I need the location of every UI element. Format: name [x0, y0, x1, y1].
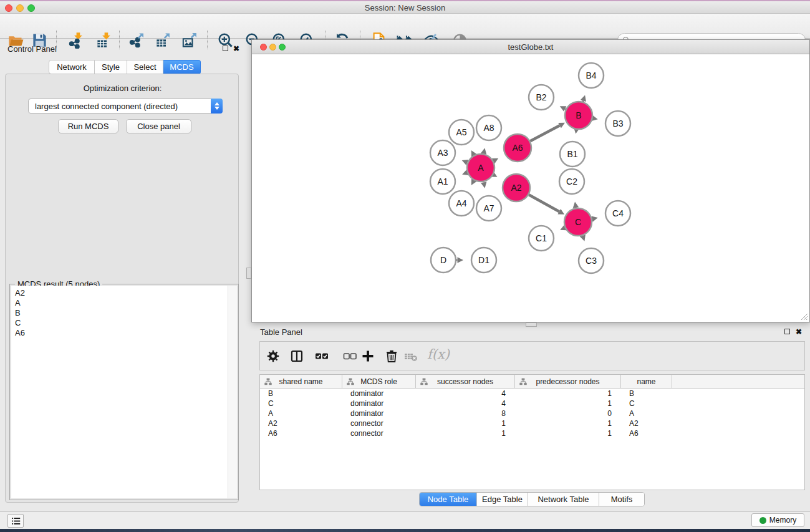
function-builder-button[interactable]: f(x)	[427, 347, 450, 362]
split-columns-button[interactable]	[289, 348, 305, 364]
close-panel-button[interactable]: Close panel	[126, 119, 191, 133]
table-row[interactable]: A2connector11A2	[260, 418, 804, 428]
graph-edge-arrowhead	[573, 202, 579, 208]
hierarchy-icon	[347, 378, 354, 385]
window-resize-grip[interactable]	[800, 312, 808, 321]
graph-node-C[interactable]: C	[564, 208, 592, 236]
table-panel-close-button[interactable]: ✖	[796, 329, 802, 336]
delete-column-button[interactable]	[383, 348, 400, 364]
graph-node-A[interactable]: A	[467, 154, 494, 181]
run-mcds-button[interactable]: Run MCDS	[58, 119, 118, 133]
mcds-result-item[interactable]: A6	[11, 328, 228, 338]
graph-node-A4[interactable]: A4	[449, 191, 474, 216]
table-cell: B	[260, 389, 342, 399]
table-settings-button[interactable]	[265, 348, 281, 364]
plus-icon	[360, 349, 375, 364]
graph-node-C1[interactable]: C1	[529, 226, 554, 251]
memory-button[interactable]: Memory	[751, 513, 804, 527]
graph-node-A2[interactable]: A2	[503, 174, 530, 201]
import-table-icon	[95, 32, 112, 49]
mcds-result-scrollbar[interactable]	[228, 286, 237, 498]
column-header-shared-name[interactable]: shared name	[260, 375, 342, 389]
tab-edge-table[interactable]: Edge Table	[477, 493, 528, 506]
svg-text:D1: D1	[478, 255, 489, 265]
import-network-button[interactable]	[67, 31, 84, 49]
table-cell: A2	[260, 418, 342, 428]
mcds-result-item[interactable]: C	[11, 318, 228, 328]
column-header-predecessor-nodes[interactable]: predecessor nodes	[515, 375, 621, 389]
table-row[interactable]: Cdominator41C	[260, 399, 804, 409]
svg-text:D: D	[440, 255, 446, 265]
tab-select[interactable]: Select	[127, 60, 163, 74]
trash-icon	[384, 349, 399, 364]
horizontal-splitter-handle[interactable]	[526, 322, 537, 327]
optimization-criterion-label: Optimization criterion:	[6, 84, 239, 93]
export-table-button[interactable]	[154, 31, 171, 49]
table-panel-float-button[interactable]	[784, 329, 790, 334]
hierarchy-icon	[519, 378, 527, 385]
tab-mcds[interactable]: MCDS	[163, 60, 201, 74]
column-header-name[interactable]: name	[621, 375, 672, 389]
table-cell: connector	[342, 428, 416, 438]
graph-node-B3[interactable]: B3	[605, 111, 630, 136]
vertical-splitter-handle[interactable]	[246, 268, 251, 279]
table-row[interactable]: A6connector11A6	[260, 428, 804, 438]
svg-text:B3: B3	[612, 118, 623, 128]
tab-motifs[interactable]: Motifs	[599, 493, 644, 506]
graph-edge-A2-C	[529, 195, 559, 211]
export-network-button[interactable]	[127, 31, 145, 49]
column-header-MCDS-role[interactable]: MCDS role	[342, 375, 416, 389]
memory-status-icon	[759, 517, 766, 524]
graph-node-A1[interactable]: A1	[430, 169, 455, 194]
graph-node-A6[interactable]: A6	[504, 134, 531, 162]
mcds-result-item[interactable]: A	[11, 298, 228, 308]
mcds-result-item[interactable]: A2	[11, 288, 228, 298]
graph-node-D[interactable]: D	[431, 248, 456, 273]
control-panel-close-button[interactable]: ✖	[233, 46, 239, 52]
graph-node-A3[interactable]: A3	[430, 140, 455, 165]
delete-table-button[interactable]	[403, 348, 419, 364]
table-row[interactable]: Bdominator41B	[260, 389, 804, 399]
graph-node-C2[interactable]: C2	[559, 169, 584, 194]
graph-node-C3[interactable]: C3	[579, 248, 604, 273]
control-panel-title: Control Panel	[7, 44, 57, 54]
graph-node-C4[interactable]: C4	[605, 201, 630, 226]
select-all-columns-button[interactable]	[314, 348, 330, 364]
svg-text:A3: A3	[437, 148, 448, 158]
optimization-criterion-dropdown[interactable]: largest connected component (directed)	[28, 99, 223, 114]
graph-node-B[interactable]: B	[565, 102, 592, 129]
graph-node-B1[interactable]: B1	[560, 142, 585, 167]
table-cell: A6	[621, 428, 672, 438]
graph-node-A5[interactable]: A5	[449, 120, 474, 145]
mcds-result-group: MCDS result (5 nodes) A2ABCA6	[9, 284, 239, 500]
import-table-button[interactable]	[95, 31, 112, 49]
mcds-result-list: A2ABCA6	[11, 286, 228, 498]
deselect-all-columns-button[interactable]	[342, 348, 358, 364]
table-row[interactable]: Adominator80A	[260, 409, 804, 418]
mcds-result-item[interactable]: B	[11, 308, 228, 318]
task-history-button[interactable]	[7, 514, 24, 528]
svg-text:C4: C4	[612, 208, 624, 218]
tab-network[interactable]: Network	[49, 60, 95, 74]
network-window-title: testGlobe.txt	[252, 42, 809, 52]
control-panel-float-button[interactable]	[223, 46, 228, 51]
svg-text:A5: A5	[456, 127, 466, 137]
add-column-button[interactable]	[360, 348, 376, 364]
graph-edge-arrowhead	[581, 95, 586, 101]
graph-node-A7[interactable]: A7	[476, 196, 501, 221]
graph-node-B4[interactable]: B4	[579, 63, 604, 88]
gear-icon	[266, 349, 281, 364]
graph-node-A8[interactable]: A8	[476, 115, 501, 140]
network-canvas[interactable]: B4B2BB3A5A8A6A3AA1B1C2A4A7A2C4CC1C3DD1	[252, 54, 809, 322]
graph-node-D1[interactable]: D1	[471, 248, 496, 273]
column-header-successor-nodes[interactable]: successor nodes	[416, 375, 515, 389]
table-cell: dominator	[342, 399, 416, 409]
graph-edge-arrowhead	[458, 257, 464, 263]
export-image-button[interactable]	[181, 31, 198, 49]
tab-style[interactable]: Style	[95, 60, 127, 74]
table-cell: 8	[416, 409, 515, 418]
svg-text:C3: C3	[586, 256, 597, 266]
graph-node-B2[interactable]: B2	[529, 85, 554, 110]
tab-network-table[interactable]: Network Table	[528, 493, 599, 506]
tab-node-table[interactable]: Node Table	[420, 493, 477, 506]
